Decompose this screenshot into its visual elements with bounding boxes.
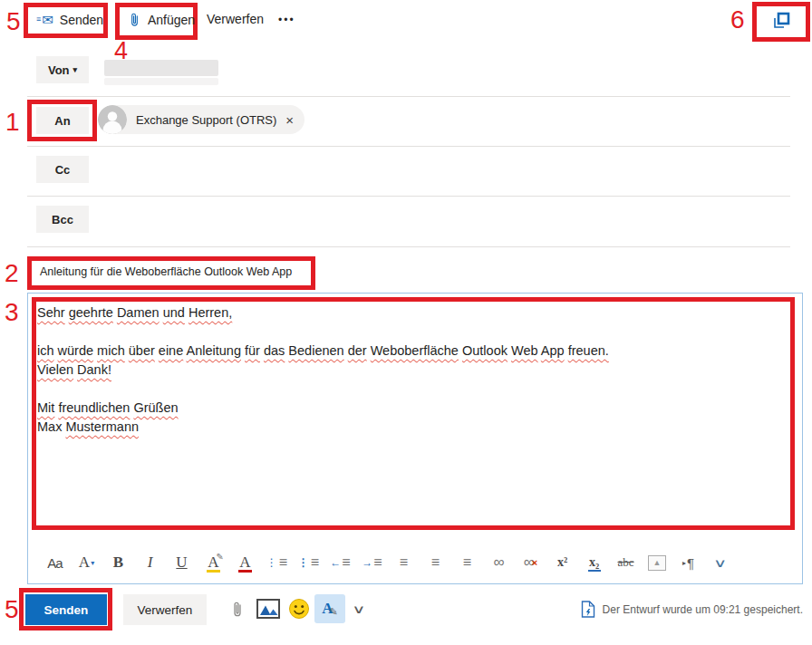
align-left-icon[interactable]: ≡ bbox=[388, 547, 420, 578]
more-send-options-button[interactable]: ∨ bbox=[347, 594, 371, 623]
highlight-icon[interactable]: A bbox=[198, 547, 229, 578]
send-button-top[interactable]: ✉ Senden bbox=[36, 12, 103, 28]
recipient-pill[interactable]: Exchange Support (OTRS) × bbox=[98, 105, 304, 134]
body-line: Vielen Dank! bbox=[37, 361, 789, 380]
open-in-new-window-button[interactable] bbox=[770, 10, 792, 35]
bold-icon[interactable]: B bbox=[102, 547, 134, 578]
paperclip-icon bbox=[128, 12, 141, 27]
attach-button-label: Anfügen bbox=[148, 13, 195, 27]
unlink-icon[interactable]: ∞ bbox=[515, 547, 546, 578]
smiley-icon bbox=[288, 598, 310, 620]
body-line bbox=[37, 322, 789, 342]
body-line: Max Mustermann bbox=[37, 418, 789, 437]
annotation-number-5-top: 5 bbox=[6, 9, 21, 34]
draft-saved-icon bbox=[581, 601, 595, 618]
from-address-redacted-2 bbox=[104, 78, 218, 85]
from-label: Von bbox=[48, 63, 70, 77]
row-divider bbox=[27, 96, 790, 97]
attach-file-button[interactable] bbox=[222, 594, 253, 623]
avatar bbox=[98, 105, 127, 134]
recipient-name: Exchange Support (OTRS) bbox=[127, 113, 282, 127]
format-toolbar: AaABIUAA≡≡≡≡≡≡≡∞∞x²x₂abc▲¶∨ bbox=[39, 545, 791, 580]
send-button[interactable]: Senden bbox=[25, 594, 107, 625]
outdent-icon[interactable]: ≡ bbox=[324, 547, 356, 578]
image-icon bbox=[256, 599, 280, 619]
align-center-icon[interactable]: ≡ bbox=[420, 547, 451, 578]
bcc-field-button[interactable]: Bcc bbox=[36, 206, 89, 233]
body-line bbox=[37, 380, 789, 399]
row-divider bbox=[27, 246, 790, 247]
chevron-down-icon: ∨ bbox=[352, 602, 365, 616]
font-color-icon[interactable]: A bbox=[229, 547, 261, 578]
strikethrough-icon[interactable]: abc bbox=[610, 547, 642, 578]
cc-label: Cc bbox=[55, 163, 71, 177]
bcc-label: Bcc bbox=[52, 213, 73, 226]
from-field-button[interactable]: Von ▾ bbox=[36, 56, 89, 83]
body-line: ich würde mich über eine Anleitung für d… bbox=[37, 342, 789, 361]
draft-status-text: Der Entwurf wurde um 09:21 gespeichert. bbox=[603, 603, 803, 616]
send-button-top-label: Senden bbox=[60, 13, 103, 27]
body-line: Mit freundlichen Grüßen bbox=[37, 399, 789, 418]
row-divider bbox=[27, 196, 790, 197]
message-body-container: Sehr geehrte Damen und Herren,ich würde … bbox=[27, 293, 803, 584]
to-label: An bbox=[54, 114, 70, 128]
show-formatting-options-button[interactable]: A ✎ bbox=[314, 594, 345, 623]
cc-field-button[interactable]: Cc bbox=[36, 156, 89, 183]
subject-input[interactable]: Anleitung für die Weboberfläche Outlook … bbox=[40, 265, 292, 278]
subscript-icon[interactable]: x₂ bbox=[578, 547, 610, 578]
font-face-icon[interactable]: Aa bbox=[39, 547, 71, 578]
chevron-down-icon: ▾ bbox=[73, 65, 78, 74]
from-address-redacted bbox=[104, 60, 218, 76]
underline-icon[interactable]: U bbox=[166, 547, 198, 578]
send-mail-icon: ✉ bbox=[36, 12, 53, 28]
font-size-icon[interactable]: A bbox=[71, 547, 102, 578]
insert-inline-image-icon[interactable]: ▲ bbox=[648, 555, 666, 571]
annotation-number-1: 1 bbox=[5, 110, 20, 135]
annotation-number-6: 6 bbox=[730, 7, 745, 33]
annotation-number-2: 2 bbox=[5, 261, 19, 286]
italic-icon[interactable]: I bbox=[134, 547, 166, 578]
discard-button[interactable]: Verwerfen bbox=[123, 594, 207, 625]
indent-icon[interactable]: ≡ bbox=[356, 547, 388, 578]
draft-status: Der Entwurf wurde um 09:21 gespeichert. bbox=[581, 601, 803, 618]
insert-emoji-button[interactable] bbox=[284, 594, 314, 623]
align-right-icon[interactable]: ≡ bbox=[451, 547, 483, 578]
bullet-list-icon[interactable]: ≡ bbox=[261, 547, 293, 578]
discard-button-top[interactable]: Verwerfen bbox=[207, 12, 264, 26]
more-commands-button[interactable]: ••• bbox=[278, 14, 295, 26]
discard-button-top-label: Verwerfen bbox=[207, 12, 264, 26]
annotation-number-5-bottom: 5 bbox=[5, 597, 19, 622]
insert-image-button[interactable] bbox=[253, 594, 284, 623]
body-text[interactable]: Sehr geehrte Damen und Herren,ich würde … bbox=[37, 303, 789, 437]
superscript-icon[interactable]: x² bbox=[546, 547, 578, 578]
attach-button[interactable]: Anfügen bbox=[128, 12, 195, 27]
numbered-list-icon[interactable]: ≡ bbox=[293, 547, 324, 578]
link-icon[interactable]: ∞ bbox=[483, 547, 515, 578]
brush-icon: ✎ bbox=[330, 606, 338, 618]
paperclip-icon bbox=[230, 600, 245, 618]
remove-recipient-icon[interactable]: × bbox=[282, 112, 304, 128]
to-field-button[interactable]: An bbox=[36, 107, 89, 134]
compose-mail-window: 5 ✉ Senden 4 Anfügen Verwerfen ••• 6 Von… bbox=[0, 0, 812, 645]
popout-icon bbox=[770, 19, 792, 34]
row-divider bbox=[27, 146, 790, 147]
annotation-number-3: 3 bbox=[5, 300, 19, 325]
body-line: Sehr geehrte Damen und Herren, bbox=[37, 303, 789, 322]
more-formatting-icon[interactable]: ∨ bbox=[695, 547, 746, 578]
